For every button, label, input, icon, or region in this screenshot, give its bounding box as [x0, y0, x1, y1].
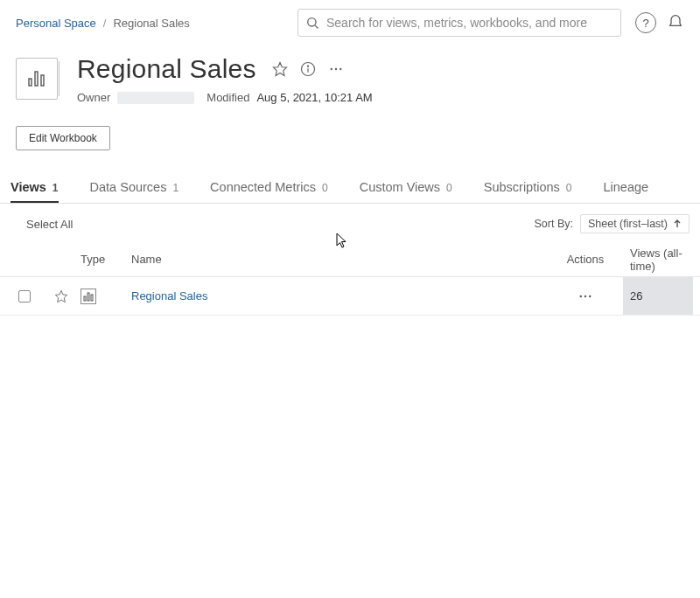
column-type[interactable]: Type [80, 253, 131, 266]
tab-custom-views[interactable]: Custom Views 0 [360, 180, 452, 203]
table-header-row: Type Name Actions Views (all-time) [0, 242, 700, 277]
tab-strip: Views 1 Data Sources 1 Connected Metrics… [0, 150, 700, 204]
tab-label: Lineage [604, 180, 649, 194]
modified-label: Modified [206, 91, 249, 104]
tab-label: Subscriptions [484, 180, 560, 194]
row-more-actions-icon[interactable] [578, 289, 593, 304]
owner-value [117, 92, 194, 104]
notifications-icon[interactable] [667, 13, 684, 32]
owner-label: Owner [77, 91, 110, 104]
breadcrumb: Personal Space / Regional Sales [16, 17, 190, 30]
tab-count: 0 [322, 182, 328, 194]
sort-ascending-icon [673, 219, 682, 228]
svg-point-17 [584, 295, 586, 296]
svg-rect-15 [91, 295, 93, 301]
svg-line-1 [315, 25, 318, 28]
svg-marker-12 [55, 290, 66, 302]
tab-connected-metrics[interactable]: Connected Metrics 0 [210, 180, 328, 203]
svg-rect-2 [29, 79, 32, 86]
bar-chart-icon [83, 291, 94, 302]
tab-data-sources[interactable]: Data Sources 1 [90, 180, 179, 203]
breadcrumb-parent[interactable]: Personal Space [16, 17, 96, 30]
tab-label: Data Sources [90, 180, 167, 194]
svg-point-8 [307, 66, 308, 66]
sort-value: Sheet (first–last) [588, 218, 668, 230]
svg-rect-4 [41, 75, 44, 86]
breadcrumb-separator: / [103, 17, 107, 30]
tab-count: 0 [566, 182, 572, 194]
modified-value: Aug 5, 2021, 10:21 AM [256, 91, 372, 104]
svg-rect-14 [88, 293, 89, 301]
search-icon [305, 16, 319, 30]
search-input[interactable] [326, 16, 613, 30]
tab-count: 1 [172, 182, 178, 194]
sort-selector[interactable]: Sheet (first–last) [580, 214, 690, 233]
help-icon[interactable]: ? [635, 12, 656, 33]
column-views[interactable]: Views (all-time) [623, 247, 693, 273]
favorite-star-icon[interactable] [54, 289, 68, 303]
sort-by-label: Sort By: [535, 218, 573, 230]
view-type-icon [80, 289, 96, 304]
info-icon[interactable] [300, 61, 316, 77]
svg-marker-5 [273, 63, 286, 76]
breadcrumb-current: Regional Sales [113, 17, 189, 30]
meta-row: Owner Modified Aug 5, 2021, 10:21 AM [77, 91, 684, 104]
svg-point-0 [308, 18, 316, 26]
svg-point-9 [330, 68, 332, 70]
column-actions: Actions [548, 253, 623, 266]
tab-count: 0 [446, 182, 452, 194]
column-name[interactable]: Name [131, 253, 548, 266]
search-box[interactable] [298, 9, 621, 37]
tab-label: Views [10, 180, 46, 194]
row-views-count: 26 [623, 277, 693, 315]
row-checkbox[interactable] [18, 290, 31, 302]
tab-lineage[interactable]: Lineage [604, 180, 649, 203]
bar-chart-icon [27, 70, 46, 87]
svg-point-16 [580, 295, 582, 296]
svg-point-11 [340, 68, 341, 70]
svg-rect-13 [84, 296, 86, 301]
table-row: Regional Sales 26 [0, 277, 700, 316]
tab-count: 1 [52, 182, 59, 194]
tab-views[interactable]: Views 1 [10, 180, 59, 203]
page-title: Regional Sales [77, 54, 256, 84]
tab-subscriptions[interactable]: Subscriptions 0 [484, 180, 572, 203]
favorite-star-icon[interactable] [272, 61, 288, 77]
more-actions-icon[interactable] [328, 61, 344, 77]
svg-point-10 [334, 68, 336, 70]
select-all-link[interactable]: Select All [26, 218, 73, 231]
view-name-link[interactable]: Regional Sales [131, 289, 548, 302]
svg-rect-3 [35, 72, 38, 86]
tab-label: Connected Metrics [210, 180, 316, 194]
tab-label: Custom Views [360, 180, 440, 194]
edit-workbook-button[interactable]: Edit Workbook [16, 126, 110, 150]
svg-point-18 [589, 295, 591, 296]
workbook-icon [16, 58, 58, 100]
